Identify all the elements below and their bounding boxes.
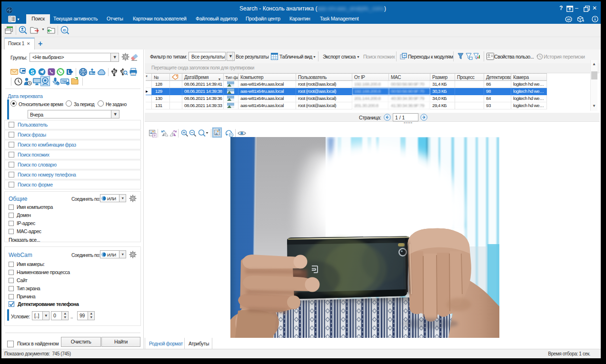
svg-text:ID: ID [63,29,66,32]
svg-text:API: API [567,18,571,20]
svg-text:HTTP: HTTP [81,71,86,73]
svg-text:FTP: FTP [92,72,96,75]
svg-text:L: L [68,69,70,75]
svg-text:IM: IM [22,71,25,74]
svg-text:S: S [30,69,34,76]
